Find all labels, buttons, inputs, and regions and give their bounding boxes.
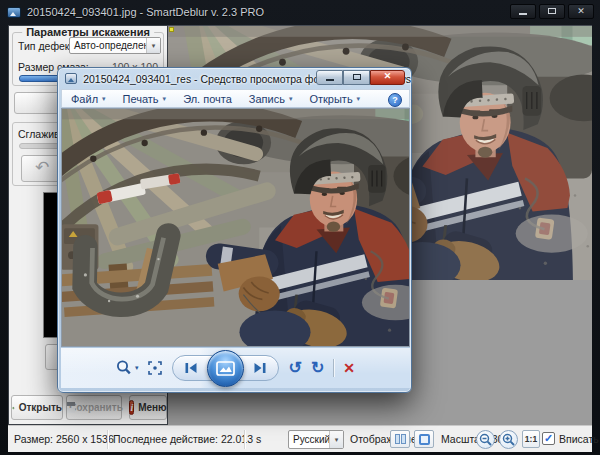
next-button[interactable] xyxy=(253,362,267,374)
viewer-menubar: Файл▾ Печать▾ Эл. почта Запись▾ Открыть▾… xyxy=(61,89,410,108)
language-value: Русский xyxy=(289,434,329,445)
defect-type-value: Авто-определение xyxy=(70,40,146,51)
app-title: 20150424_093401.jpg - SmartDeblur v. 2.3… xyxy=(27,6,264,18)
chevron-down-icon: ▾ xyxy=(102,95,106,103)
panel-actions: Открыть Сохранить i Меню xyxy=(9,395,169,420)
save-button[interactable]: Сохранить xyxy=(66,395,122,420)
magnifier-icon xyxy=(116,360,133,376)
single-view-button[interactable] xyxy=(414,430,434,448)
next-icon xyxy=(253,362,267,374)
menu-email[interactable]: Эл. почта xyxy=(183,93,232,105)
chevron-down-icon: ▾ xyxy=(135,364,139,372)
menu-file[interactable]: Файл▾ xyxy=(71,93,106,105)
chevron-down-icon: ▾ xyxy=(146,38,160,53)
zoom-out-button[interactable] xyxy=(476,430,495,449)
delete-button[interactable]: ✕ xyxy=(343,360,355,376)
fit-window-label: Вписать в окно xyxy=(559,433,600,445)
info-icon: i xyxy=(129,400,134,415)
chevron-down-icon: ▾ xyxy=(357,95,361,103)
previous-icon xyxy=(184,362,198,374)
app-titlebar[interactable]: 20150424_093401.jpg - SmartDeblur v. 2.3… xyxy=(0,0,600,24)
actual-size-button-viewer[interactable] xyxy=(147,360,163,376)
language-select[interactable]: Русский ▾ xyxy=(288,430,344,449)
chevron-down-icon: ▾ xyxy=(289,95,293,103)
menu-button[interactable]: i Меню xyxy=(129,395,167,420)
viewer-toolbar: ▾ ↺ ↻ ✕ xyxy=(61,348,410,388)
viewer-maximize-icon[interactable] xyxy=(343,70,370,85)
open-icon xyxy=(12,401,15,415)
actual-size-button[interactable]: 1:1 xyxy=(522,430,540,448)
viewer-app-icon xyxy=(65,73,77,84)
defect-type-select[interactable]: Авто-определение ▾ xyxy=(69,37,161,54)
menu-print[interactable]: Печать▾ xyxy=(123,93,167,105)
toolbar-divider xyxy=(333,359,334,377)
chevron-down-icon: ▾ xyxy=(329,431,343,448)
split-view-icon xyxy=(395,434,406,444)
viewer-photo xyxy=(61,108,410,347)
slideshow-icon xyxy=(216,361,235,376)
photo-viewer-window: 20150424_093401_res - Средство просмотра… xyxy=(57,67,412,393)
navigation-pill xyxy=(172,355,279,381)
help-icon[interactable]: ? xyxy=(388,93,402,107)
app-icon xyxy=(7,7,21,18)
zoom-out-icon xyxy=(479,433,492,446)
previous-button[interactable] xyxy=(184,362,198,374)
smartdeblur-window: 20150424_093401.jpg - SmartDeblur v. 2.3… xyxy=(0,0,600,455)
last-action-status: Последнее действие: 22.013 s xyxy=(113,433,261,445)
chevron-down-icon: ▾ xyxy=(163,95,167,103)
zoom-in-button[interactable] xyxy=(499,430,518,449)
viewer-titlebar[interactable]: 20150424_093401_res - Средство просмотра… xyxy=(58,68,411,89)
image-size-status: Размер: 2560 x 1536 xyxy=(14,433,114,445)
single-view-icon xyxy=(419,434,430,445)
menu-open[interactable]: Открыть▾ xyxy=(309,93,360,105)
minimize-icon[interactable] xyxy=(510,4,536,19)
menu-burn[interactable]: Запись▾ xyxy=(249,93,293,105)
maximize-icon[interactable] xyxy=(539,4,565,19)
close-icon[interactable]: ✕ xyxy=(568,4,594,19)
rotate-ccw-button[interactable]: ↺ xyxy=(288,360,301,376)
play-slideshow-button[interactable] xyxy=(207,350,244,387)
open-button[interactable]: Открыть xyxy=(11,395,63,420)
undo-icon: ↶ xyxy=(35,158,49,177)
split-view-button[interactable] xyxy=(390,430,410,448)
zoom-menu-button[interactable]: ▾ xyxy=(116,360,139,376)
statusbar: Размер: 2560 x 1536 Последнее действие: … xyxy=(8,425,592,452)
zoom-in-icon xyxy=(502,433,515,446)
viewer-minimize-icon[interactable] xyxy=(316,70,343,85)
fit-to-window-icon xyxy=(147,360,163,376)
viewer-close-icon[interactable]: ✕ xyxy=(370,70,405,85)
selection-marker xyxy=(169,27,174,32)
fit-window-checkbox[interactable]: ✓ xyxy=(542,432,555,445)
rotate-cw-button[interactable]: ↻ xyxy=(311,360,324,376)
